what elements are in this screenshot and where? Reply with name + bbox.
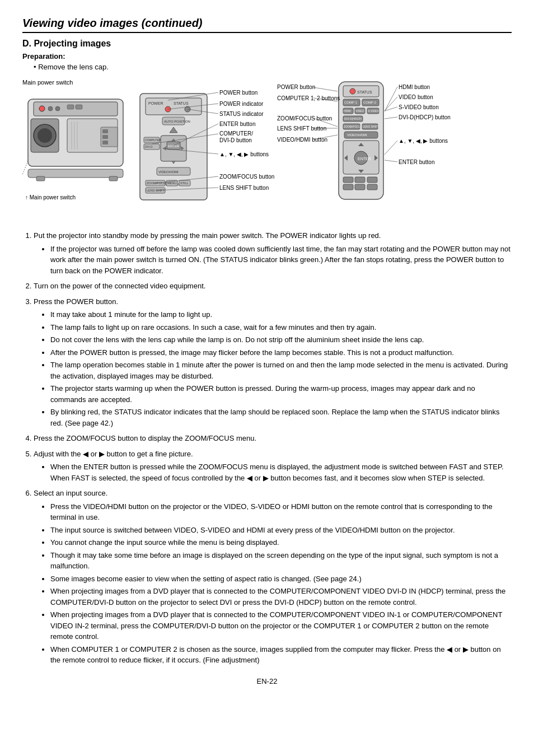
step-bullet: If the projector was turned off before t… [50, 244, 512, 277]
svg-text:VIDEO: VIDEO [355, 109, 364, 113]
step-item-2: Turn on the power of the connected video… [34, 281, 512, 292]
svg-text:LENS SHIFT: LENS SHIFT [363, 125, 379, 128]
svg-text:STATUS indicator: STATUS indicator [219, 111, 264, 117]
section-title: D. Projecting images [22, 39, 512, 49]
svg-text:COMPUTER/: COMPUTER/ [219, 130, 253, 137]
svg-text:S-VIDEO: S-VIDEO [368, 109, 380, 113]
svg-text:STATUS: STATUS [357, 90, 372, 94]
step-bullet: The lamp fails to light up on rare occas… [50, 322, 512, 333]
svg-rect-104 [367, 184, 377, 190]
svg-text:COMP 1: COMP 1 [344, 101, 358, 104]
step-item-4: Press the ZOOM/FOCUS button to display t… [34, 433, 512, 444]
step-bullet: The lamp operation becomes stable in 1 m… [50, 360, 512, 381]
svg-text:POWER indicator: POWER indicator [219, 101, 264, 107]
step-bullet: By blinking red, the STATUS indicator in… [50, 407, 512, 428]
svg-line-121 [385, 117, 397, 119]
diagram-area: Main power switch [22, 79, 512, 217]
step-bullet: When projecting images from a DVD player… [50, 586, 512, 608]
page-header: Viewing video images (continued) [22, 17, 512, 33]
step-bullet: The input source is switched between VID… [50, 525, 512, 536]
svg-text:COMPUTER 1, 2 buttons: COMPUTER 1, 2 buttons [277, 95, 340, 101]
svg-rect-9 [67, 105, 74, 109]
step-bullet: When projecting images from a DVD player… [50, 609, 512, 642]
svg-text:ENTER button: ENTER button [219, 121, 255, 127]
svg-text:ZOOM/FOCUS: ZOOM/FOCUS [344, 125, 363, 128]
svg-text:ZOOM/FOCUS button: ZOOM/FOCUS button [277, 115, 332, 122]
svg-text:DVI-D(HDCP): DVI-D(HDCP) [344, 117, 362, 120]
step-item-1: Put the projector into standby mode by p… [34, 230, 512, 276]
svg-rect-19 [102, 135, 108, 139]
main-power-switch-pointer: ↑ Main power switch [25, 194, 132, 200]
middle-panel-svg: POWER STATUS AUTO POSITION ENTER COMPUTE… [137, 88, 283, 217]
step-bullet: Some images become easier to view when t… [50, 573, 512, 585]
svg-text:POWER: POWER [148, 101, 163, 105]
svg-text:HDMI button: HDMI button [399, 84, 430, 90]
svg-rect-101 [367, 177, 377, 183]
svg-text:HDMI: HDMI [344, 109, 351, 113]
svg-line-105 [313, 87, 338, 91]
svg-point-7 [48, 106, 53, 111]
svg-point-4 [38, 128, 52, 143]
svg-text:VIDEO/HDMI: VIDEO/HDMI [347, 133, 367, 137]
step-bullet: You cannot change the input source while… [50, 537, 512, 548]
right-remote-svg: STATUS COMP 1 COMP 2 HDMI VIDEO S-VIDEO … [277, 79, 467, 208]
left-diagram: Main power switch [22, 88, 132, 217]
page-title: Viewing video images (continued) [22, 17, 512, 30]
step-bullet: It may take about 1 minute for the lamp … [50, 309, 512, 320]
svg-text:LENS SHIFT button: LENS SHIFT button [219, 185, 269, 191]
svg-rect-103 [355, 184, 365, 190]
svg-rect-1 [34, 102, 118, 116]
svg-text:LENS SHIFT button: LENS SHIFT button [277, 125, 326, 132]
svg-text:POWER button: POWER button [219, 90, 257, 96]
step-bullet: After the POWER button is pressed, the i… [50, 347, 512, 358]
step-bullet: Press the VIDEO/HDMI button on the proje… [50, 501, 512, 523]
right-diagram: STATUS COMP 1 COMP 2 HDMI VIDEO S-VIDEO … [277, 79, 467, 217]
svg-rect-102 [343, 184, 353, 190]
svg-point-6 [39, 106, 45, 111]
content-list: Put the projector into standby mode by p… [22, 230, 512, 666]
svg-text:ENTER: ENTER [358, 157, 371, 161]
left-projector-svg [22, 88, 132, 200]
svg-line-123 [385, 141, 397, 155]
preparation-bullet: • Remove the lens cap. [34, 63, 512, 71]
svg-rect-99 [343, 177, 353, 183]
svg-text:MENU: MENU [167, 181, 176, 185]
svg-line-125 [385, 160, 397, 162]
step-bullet: When COMPUTER 1 or COMPUTER 2 is chosen … [50, 644, 512, 666]
svg-text:S-VIDEO button: S-VIDEO button [399, 104, 439, 110]
main-power-label: Main power switch [22, 79, 73, 86]
steps-list: Put the projector into standby mode by p… [22, 230, 512, 666]
svg-text:▲, ▼, ◀, ▶ buttons: ▲, ▼, ◀, ▶ buttons [399, 138, 448, 144]
svg-text:STATUS: STATUS [174, 101, 189, 105]
svg-text:STILL: STILL [180, 181, 189, 185]
middle-diagram: POWER STATUS AUTO POSITION ENTER COMPUTE… [137, 88, 283, 217]
step-item-6: Select an input source.Press the VIDEO/H… [34, 488, 512, 666]
svg-text:DVI-D: DVI-D [145, 145, 153, 148]
svg-text:POWER button: POWER button [277, 84, 315, 90]
svg-text:ENTER: ENTER [168, 144, 180, 148]
step-bullet: Though it may take some time before an i… [50, 550, 512, 572]
svg-text:VIDEO/HDMI button: VIDEO/HDMI button [277, 137, 327, 143]
step-bullet: When the ENTER button is pressed while t… [50, 461, 512, 483]
svg-point-72 [350, 88, 355, 94]
svg-text:VIDEO button: VIDEO button [399, 94, 433, 100]
page-number: EN-22 [22, 677, 512, 685]
step-item-5: Adjust with the ◀ or ▶ button to get a f… [34, 449, 512, 484]
svg-text:VIDEO/HDMI: VIDEO/HDMI [158, 170, 179, 174]
svg-text:ENTER button: ENTER button [399, 159, 434, 165]
svg-text:DVI-D button: DVI-D button [219, 137, 252, 143]
svg-rect-10 [76, 105, 82, 109]
svg-rect-18 [102, 129, 108, 133]
svg-rect-20 [102, 141, 108, 144]
svg-text:DVI-D(HDCP) button: DVI-D(HDCP) button [399, 114, 451, 120]
svg-text:ZOOM/FOCUS button: ZOOM/FOCUS button [219, 174, 274, 180]
svg-text:COMPUTER: COMPUTER [145, 138, 161, 142]
svg-point-8 [55, 106, 60, 111]
svg-rect-12 [36, 176, 45, 181]
step-bullet: The projector starts warming up when the… [50, 383, 512, 405]
svg-text:COMP 2: COMP 2 [363, 101, 377, 104]
preparation-label: Preparation: [22, 52, 512, 60]
step-item-3: Press the POWER button.It may take about… [34, 296, 512, 429]
svg-text:▲, ▼, ◀, ▶ buttons: ▲, ▼, ◀, ▶ buttons [219, 151, 269, 157]
svg-rect-100 [355, 177, 365, 183]
